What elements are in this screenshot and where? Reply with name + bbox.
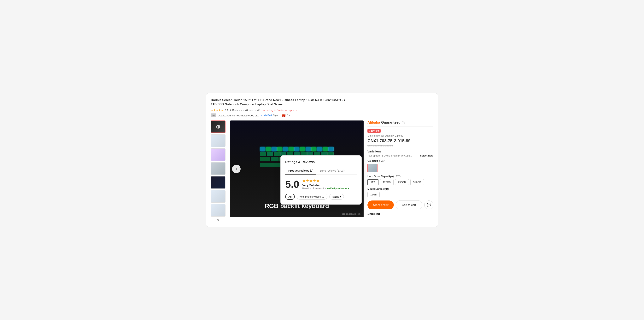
main-content: ▶ ∨ bbox=[211, 120, 433, 222]
product-page: Double Screen Touch 15.6" +7" IPS Brand … bbox=[206, 93, 438, 227]
hard-drive-options: 1TB 128GB 256GB 512GB bbox=[368, 179, 433, 185]
model-number-label: Model Number(1): bbox=[368, 188, 433, 190]
verified-badge: ✓ bbox=[260, 114, 262, 117]
swatch-image bbox=[368, 164, 377, 172]
chat-button[interactable]: 💬 bbox=[424, 201, 433, 209]
watermark: ecci.en.alibaba.com bbox=[342, 213, 360, 215]
rating-detail: ★★★★★ Very Satisfied Based on 2 reviews … bbox=[302, 178, 349, 190]
ratings-popup: Ratings & Reviews Product reviews (2) St… bbox=[280, 155, 362, 205]
price-main: CN¥1,703.75-2,015.89 bbox=[368, 138, 433, 143]
add-to-cart-button[interactable]: Add to cart bbox=[396, 200, 422, 209]
thumbnail-1[interactable]: ▶ bbox=[211, 120, 226, 133]
prev-image-button[interactable]: ‹ bbox=[232, 165, 240, 173]
option-256gb[interactable]: 256GB bbox=[395, 179, 409, 185]
country-flag: 🇨🇳 bbox=[282, 114, 286, 117]
discount-badge: ↓ 10% off bbox=[368, 129, 380, 133]
rating-score: 5.0 bbox=[225, 109, 228, 112]
guaranteed-info-icon[interactable]: i bbox=[402, 121, 405, 124]
tab-product-reviews[interactable]: Product reviews (2) bbox=[285, 168, 316, 175]
shipping-title: Shipping bbox=[368, 212, 433, 215]
action-buttons: Start order Add to cart 💬 bbox=[368, 200, 433, 209]
verified-check-icon: ● bbox=[348, 187, 349, 190]
seller-years: 5 yrs bbox=[273, 114, 278, 117]
chat-icon: 💬 bbox=[427, 203, 431, 207]
thumbnail-4[interactable] bbox=[211, 162, 226, 175]
chevron-down-icon: ▾ bbox=[340, 195, 341, 198]
popup-title: Ratings & Reviews bbox=[285, 160, 357, 164]
dot-separator: · bbox=[243, 109, 244, 112]
filter-rating-dropdown[interactable]: Rating ▾ bbox=[329, 194, 344, 200]
rank: #5 bbox=[257, 109, 260, 112]
hard-drive-label: Hard Drive Capacity(4): 1TB bbox=[368, 175, 433, 178]
color-label: Color(1): silver bbox=[368, 159, 433, 162]
rating-section: 5.0 ★★★★★ Very Satisfied Based on 2 revi… bbox=[285, 178, 357, 190]
alibaba-guaranteed: Alibaba Guaranteed i bbox=[368, 120, 433, 127]
price-original: CN¥1,893.06-2,239.88 bbox=[368, 144, 433, 147]
filter-all-button[interactable]: All bbox=[285, 194, 295, 200]
option-128gb[interactable]: 128GB bbox=[380, 179, 394, 185]
moq-text: Minimum order quantity: 1 piece bbox=[368, 134, 433, 137]
popup-stars: ★★★★★ bbox=[302, 178, 349, 183]
main-image-area: RGB backlit keyboard ecci.en.alibaba.com… bbox=[230, 120, 364, 222]
filter-row: All With photos/videos (1) Rating ▾ bbox=[285, 194, 357, 200]
model-tag[interactable]: 16GB bbox=[368, 192, 380, 197]
seller-name-link[interactable]: Guangzhou Yixi Technology Co., Ltd. bbox=[218, 114, 259, 117]
dot-separator-3: · bbox=[280, 114, 280, 117]
satisfaction-label: Very Satisfied bbox=[302, 184, 349, 187]
play-icon: ▶ bbox=[216, 125, 220, 129]
star-icons: ★★★★★ bbox=[211, 108, 223, 112]
variations-title: Variations bbox=[368, 150, 433, 153]
big-score: 5.0 bbox=[285, 179, 299, 189]
thumbnail-5[interactable] bbox=[211, 176, 226, 189]
thumbnail-2[interactable] bbox=[211, 134, 226, 147]
alibaba-brand-orange: Alibaba bbox=[368, 120, 380, 124]
variations-info: Total options: 1 Color; 4 Hard Drive Cap… bbox=[368, 154, 412, 157]
seller-row: IMG Guangzhou Yixi Technology Co., Ltd. … bbox=[211, 113, 433, 117]
seller-logo: IMG bbox=[211, 113, 216, 117]
color-swatch-silver[interactable] bbox=[368, 164, 378, 173]
thumbnail-6[interactable] bbox=[211, 190, 226, 203]
product-title: Double Screen Touch 15.6" +7" IPS Brand … bbox=[211, 98, 433, 107]
thumbnails-expand-icon[interactable]: ∨ bbox=[211, 218, 226, 222]
thumbnail-7[interactable] bbox=[211, 204, 226, 217]
variations-row: Total options: 1 Color; 4 Hard Drive Cap… bbox=[368, 154, 433, 157]
hot-selling-link[interactable]: Hot selling in Business Laptops bbox=[262, 109, 297, 112]
tab-store-reviews[interactable]: Store reviews (1703) bbox=[316, 168, 348, 175]
thumbnail-3[interactable] bbox=[211, 148, 226, 161]
option-1tb[interactable]: 1TB bbox=[368, 179, 378, 185]
popup-tabs: Product reviews (2) Store reviews (1703) bbox=[285, 168, 357, 175]
alibaba-brand-black: Guaranteed bbox=[381, 120, 400, 124]
verified-purchases-link[interactable]: verified purchases bbox=[327, 187, 347, 190]
start-order-button[interactable]: Start order bbox=[368, 201, 394, 209]
country-code: CN bbox=[287, 114, 290, 117]
option-512gb[interactable]: 512GB bbox=[410, 179, 424, 185]
select-now-link[interactable]: Select now bbox=[420, 154, 433, 157]
filter-photos-button[interactable]: With photos/videos (1) bbox=[297, 194, 328, 200]
sold-count: 44 sold bbox=[246, 109, 254, 112]
right-panel: Alibaba Guaranteed i ↓ 10% off Minimum o… bbox=[368, 120, 433, 222]
verified-label: Verified bbox=[264, 114, 272, 117]
rating-based: Based on 2 reviews for verified purchase… bbox=[302, 187, 349, 190]
rating-row: ★★★★★ 5.0 2 Reviews · 44 sold · #5 Hot s… bbox=[211, 108, 433, 112]
thumbnail-list: ▶ ∨ bbox=[211, 120, 226, 222]
reviews-link[interactable]: 2 Reviews bbox=[230, 109, 242, 112]
dot-separator-2: · bbox=[255, 109, 256, 112]
